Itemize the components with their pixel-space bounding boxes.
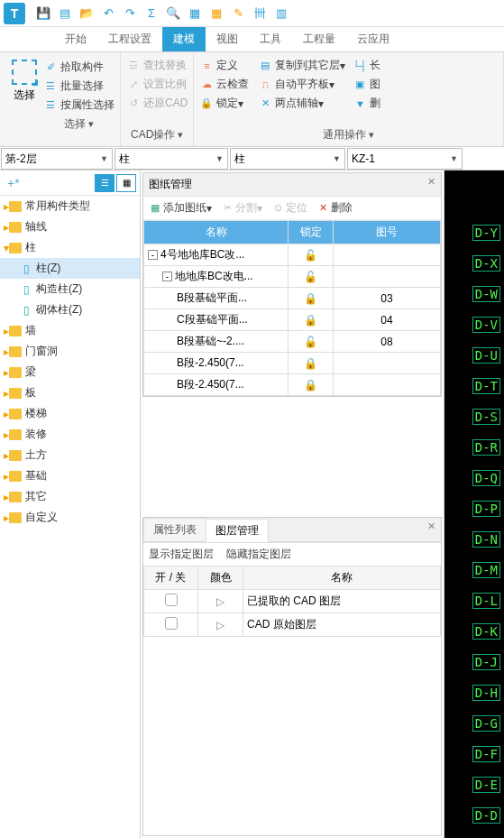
close-icon[interactable]: ✕ (427, 520, 435, 532)
folder-icon (9, 409, 22, 419)
column-icon: ▯ (20, 283, 32, 296)
tree-node[interactable]: ▸ 基础 (0, 465, 140, 486)
define-icon: ≡ (199, 60, 214, 72)
folder-icon (9, 326, 22, 336)
lock-closed-icon[interactable]: 🔒 (304, 314, 317, 327)
table-row[interactable]: B段-2.450(7...🔒 (144, 374, 441, 396)
align-button[interactable]: ⎍自动平齐板 ▾ (258, 75, 345, 94)
folder-icon (9, 243, 22, 253)
delete-button[interactable]: ✕删除 (316, 200, 353, 216)
tree-node[interactable]: ▸ 自定义 (0, 507, 140, 528)
align-label: 自动平齐板 (275, 77, 329, 92)
tab-model[interactable]: 建模 (162, 27, 206, 51)
view-grid-icon[interactable]: ▦ (116, 174, 136, 192)
lock-open-icon[interactable]: 🔓 (304, 249, 317, 262)
member-dropdown[interactable]: KZ-1▼ (347, 148, 463, 170)
table-row[interactable]: ▷已提取的 CAD 图层 (144, 590, 441, 613)
define-button[interactable]: ≡定义 (199, 56, 249, 75)
select-button[interactable]: 选择 (5, 56, 43, 143)
tree-node[interactable]: ▯柱(Z) (0, 258, 140, 279)
table-row[interactable]: B段-2.450(7...🔒 (144, 353, 441, 374)
tree-node[interactable]: ▸ 常用构件类型 (0, 196, 140, 216)
lock-button[interactable]: 🔒锁定 ▾ (199, 94, 249, 113)
undo-icon[interactable]: ↶ (99, 5, 117, 22)
byattr-button[interactable]: ☰按属性选择 (43, 96, 115, 115)
tab-layers[interactable]: 图层管理 (206, 519, 269, 542)
category-dropdown[interactable]: 柱▼ (115, 148, 228, 170)
axis-button[interactable]: ✕两点辅轴 ▾ (258, 94, 345, 113)
tree-node[interactable]: ▸ 装修 (0, 424, 140, 445)
table-row[interactable]: -4号地地库BC改...🔓 (144, 244, 441, 266)
hide-layer-option[interactable]: 隐藏指定图层 (226, 547, 291, 562)
tab-quantity[interactable]: 工程量 (292, 27, 346, 51)
close-icon[interactable]: ✕ (427, 176, 435, 188)
check-icon[interactable]: 🔍 (164, 5, 182, 22)
add-drawing-button[interactable]: ▦添加图纸 ▾ (149, 200, 212, 216)
layers-tabs: 属性列表 图层管理 (143, 518, 441, 542)
table-row[interactable]: B段基础~-2....🔓08 (144, 331, 441, 353)
tab-cloud[interactable]: 云应用 (346, 27, 400, 51)
floor-dropdown[interactable]: 第-2层▼ (1, 148, 113, 170)
redo-icon[interactable]: ↷ (121, 5, 139, 22)
ext2-button[interactable]: ▣图 (353, 75, 380, 94)
tree-node[interactable]: ▸ 板 (0, 382, 140, 403)
grid-marker: D-M (472, 562, 500, 578)
expand-icon[interactable]: ▷ (198, 613, 243, 637)
expander-icon[interactable]: - (148, 250, 158, 260)
lock-closed-icon[interactable]: 🔒 (304, 292, 317, 305)
tab-attrs[interactable]: 属性列表 (143, 518, 206, 541)
tree-node[interactable]: ▸ 梁 (0, 362, 140, 382)
add-icon[interactable]: ▥ (272, 5, 290, 22)
tab-tools[interactable]: 工具 (249, 27, 292, 51)
view-list-icon[interactable]: ☰ (95, 174, 115, 192)
ext3-button[interactable]: ▼删 (353, 94, 380, 113)
save-icon[interactable]: 💾 (34, 5, 52, 22)
column-icon: ▯ (20, 304, 32, 317)
tree-node[interactable]: ▸ 门窗洞 (0, 341, 140, 362)
checkbox[interactable] (165, 594, 178, 606)
open-icon[interactable]: 📂 (78, 5, 96, 22)
tree-node[interactable]: ▯构造柱(Z) (0, 279, 140, 299)
grid2-icon[interactable]: ▦ (207, 5, 225, 22)
pencil-icon[interactable]: ✎ (229, 5, 247, 22)
canvas-area[interactable]: D-YD-XD-WD-VD-UD-TD-SD-RD-QD-PD-ND-MD-LD… (444, 170, 504, 838)
lock-open-icon[interactable]: 🔓 (304, 271, 317, 283)
add-node-icon[interactable]: +* (7, 176, 20, 190)
expander-icon[interactable]: - (162, 272, 172, 281)
cloudcheck-button[interactable]: ☁云检查 (199, 75, 249, 94)
expand-icon[interactable]: ▷ (198, 590, 243, 613)
tree-node[interactable]: ▸ 轴线 (0, 216, 140, 237)
table-row[interactable]: C段基础平面...🔒04 (144, 309, 441, 331)
ruler-icon[interactable]: 卌 (251, 5, 269, 22)
component-tree: ▸ 常用构件类型▸ 轴线▾ 柱▯柱(Z)▯构造柱(Z)▯砌体柱(Z)▸ 墙▸ 门… (0, 196, 140, 528)
grid1-icon[interactable]: ▦ (186, 5, 204, 22)
tree-node[interactable]: ▸ 墙 (0, 320, 140, 341)
layer-name: 已提取的 CAD 图层 (243, 590, 441, 613)
lock-closed-icon[interactable]: 🔒 (304, 379, 317, 391)
table-row[interactable]: B段基础平面...🔒03 (144, 288, 441, 309)
tree-node[interactable]: ▸ 土方 (0, 445, 140, 465)
tab-view[interactable]: 视图 (206, 27, 249, 51)
tree-node[interactable]: ▸ 其它 (0, 486, 140, 507)
subcat-dropdown[interactable]: 柱▼ (230, 148, 345, 170)
checkbox[interactable] (165, 617, 178, 630)
ext1-button[interactable]: └┤长 (353, 56, 380, 75)
lock-closed-icon[interactable]: 🔒 (304, 357, 317, 370)
chevron-down-icon: ▼ (450, 154, 458, 163)
lock-open-icon[interactable]: 🔓 (304, 336, 317, 348)
table-row[interactable]: -地地库BC改电...🔓 (144, 266, 441, 288)
batch-button[interactable]: ☰批量选择 (43, 77, 115, 96)
show-layer-option[interactable]: 显示指定图层 (149, 547, 214, 562)
new-icon[interactable]: ▤ (56, 5, 74, 22)
table-row[interactable]: ▷CAD 原始图层 (144, 613, 441, 637)
tab-start[interactable]: 开始 (54, 27, 97, 51)
pick-button[interactable]: ✐拾取构件 (43, 58, 115, 77)
layer-name: CAD 原始图层 (243, 613, 441, 637)
sigma-icon[interactable]: Σ (142, 5, 160, 22)
copyto-button[interactable]: ▤复制到其它层 ▾ (258, 56, 345, 75)
tree-node[interactable]: ▸ 楼梯 (0, 403, 140, 424)
tab-project[interactable]: 工程设置 (97, 27, 162, 51)
grid-marker: D-R (472, 439, 500, 456)
tree-node[interactable]: ▯砌体柱(Z) (0, 299, 140, 320)
tree-node[interactable]: ▾ 柱 (0, 237, 140, 258)
